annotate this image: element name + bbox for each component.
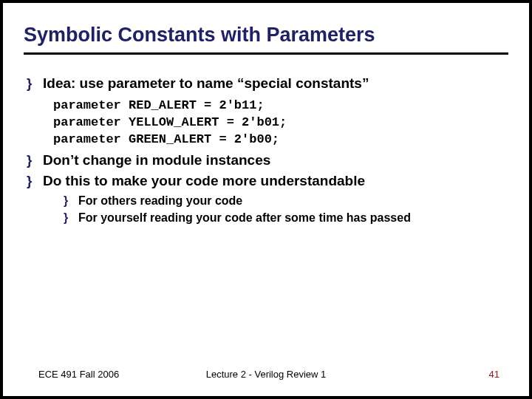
- code-block: parameter RED_ALERT = 2'b11; parameter Y…: [24, 95, 508, 151]
- bullet-list-cont: Don’t change in module instances Do this…: [24, 151, 508, 226]
- sub-bullet-yourself: For yourself reading your code after som…: [62, 209, 508, 226]
- bullet-dont-change: Don’t change in module instances: [24, 151, 508, 170]
- bullet-idea: Idea: use parameter to name “special con…: [24, 74, 508, 93]
- bullet-list: Idea: use parameter to name “special con…: [24, 74, 508, 93]
- title-rule: [24, 52, 508, 55]
- slide-title: Symbolic Constants with Parameters: [24, 24, 508, 47]
- footer: ECE 491 Fall 2006 Lecture 2 - Verilog Re…: [3, 369, 529, 380]
- bullet-understandable-text: Do this to make your code more understan…: [43, 173, 365, 188]
- sub-bullet-others: For others reading your code: [62, 192, 508, 209]
- sub-bullet-list: For others reading your code For yoursel…: [43, 192, 508, 226]
- bullet-understandable: Do this to make your code more understan…: [24, 171, 508, 226]
- footer-center: Lecture 2 - Verilog Review 1: [3, 369, 529, 380]
- slide: Symbolic Constants with Parameters Idea:…: [3, 3, 529, 396]
